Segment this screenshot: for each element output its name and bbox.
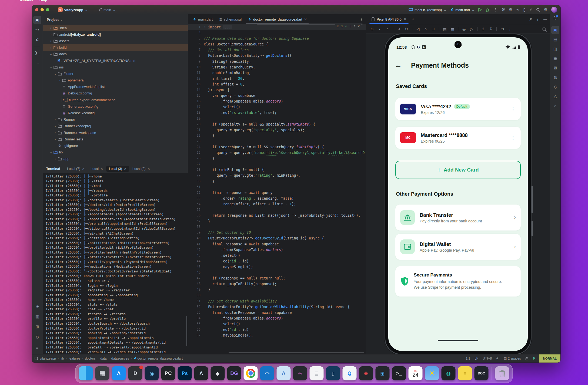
gesture-navigation-bar[interactable] [438,340,478,341]
dock-icon-phone-mirroring[interactable]: ▯ [326,366,340,380]
code-area[interactable]: 1› import ...45/// Remote data source fo… [188,24,366,354]
indent-setting[interactable]: ▤2 spaces [504,357,521,360]
branches-icon[interactable]: ⑆ [33,35,41,44]
breadcrumb-item[interactable]: vitalyzeapp [40,357,56,360]
close-tab-icon[interactable]: ✕ [82,167,85,171]
breadcrumb-file[interactable]: doctor_remote_datasource.dart [134,357,183,360]
todo-icon[interactable]: ○ [551,102,559,110]
build-icon[interactable]: ⊞ [33,323,41,331]
fold-arrow-icon[interactable]: › [204,24,208,30]
tree-item-docs[interactable]: ⌄docs [43,51,188,57]
minimize-window-button[interactable] [41,8,44,11]
project-folder-icon[interactable]: ▣ [33,16,41,24]
home-icon[interactable]: ○ [422,26,429,32]
dock-icon-launchpad[interactable]: ▦ [95,366,109,380]
dock-icon-discord[interactable]: D [128,366,142,380]
prev-problem-icon[interactable]: ∧ [353,24,356,28]
dock-icon-android-studio[interactable]: A [194,366,208,380]
tree-item--idea[interactable]: ›.idea [43,25,188,31]
snapshots-icon[interactable]: ⟲ [499,26,506,32]
dock-icon-vscode[interactable]: </> [260,366,274,380]
app-insights-icon[interactable]: ⊠ [551,64,559,72]
saved-card-mastercard[interactable]: MCMastercard ****8888Expires 06/25⋮ [395,127,521,149]
branch-selector[interactable]: main⌄ [96,7,118,13]
terminal-tab-local-2-[interactable]: Local (2)✕ [130,166,153,172]
dock-icon-stickies[interactable]: ≡ [458,366,472,380]
vcs-icon[interactable]: ≡ [33,343,41,351]
menubar-item-window[interactable]: Window [19,0,33,2]
commit-icon[interactable]: ⊶ [33,26,41,34]
more-icon[interactable]: … [33,58,41,67]
power-icon[interactable]: ⊙ [369,26,375,32]
run-configuration-selector[interactable]: main.dart⌄ [450,8,475,12]
back-icon[interactable]: ◁ [415,26,421,32]
tree-item-ephemeral[interactable]: ›ephemeral [43,77,188,84]
editor-tab-doctor-remote-datasource-dart[interactable]: doctor_remote_datasource.dart✕ [245,14,310,24]
device-selector[interactable]: macOS (desktop)⌄ [409,8,446,12]
terminal-tab-local[interactable]: Local✕ [88,166,106,172]
volume-up-icon[interactable]: ◖ [376,26,383,32]
dock-icon-terminal-app[interactable]: >_ [392,366,406,380]
terminal-icon[interactable]: ❯_ [33,49,41,57]
rotate-cw-icon[interactable]: ↻ [403,26,410,32]
close-tab-icon[interactable]: ✕ [101,167,103,171]
indent-icon[interactable]: ≢ [496,357,499,360]
code-editor[interactable]: main.dart≣schema.sqldoctor_remote_dataso… [188,14,366,354]
debug-button[interactable] [486,8,490,12]
screenshot-icon[interactable]: ◎ [461,26,467,32]
editor-tabs-more-icon[interactable]: ⋮ [360,17,363,21]
terminal-panel-title[interactable]: Terminal [46,167,60,171]
device-manager-icon[interactable]: ▤ [551,35,559,44]
profiler-lightning-icon[interactable]: ⚡ [529,7,532,12]
user-avatar[interactable] [551,7,557,13]
dock-icon-textedit[interactable]: ≣ [310,366,324,380]
problems-icon[interactable]: ⊘ [33,333,41,341]
terminal-tab-local-7-[interactable]: Local (7)✕ [64,166,87,172]
tree-item-debug-xcconfig[interactable]: ◉Debug.xcconfig [43,90,188,97]
new-device-tab-button[interactable]: + [409,17,417,22]
dock-icon-pinwheel-app[interactable]: ✺ [359,366,373,380]
add-new-card-button[interactable]: + Add New Card [395,161,521,179]
breadcrumb-item[interactable]: doctors [85,357,95,360]
structure-icon[interactable]: △ [551,92,559,100]
profiler-icon[interactable]: ◍ [551,73,559,81]
open-in-window-icon[interactable]: ↗ [529,17,532,21]
zoom-window-button[interactable] [46,8,49,11]
dock-icon-office-app[interactable]: ⊞ [376,366,390,380]
layout-inspector-icon[interactable]: ◫ [551,45,559,53]
tree-item-assets[interactable]: ›assets [43,38,188,44]
tree-item-lib[interactable]: ⌄lib [43,149,188,156]
unlock-icon[interactable] [525,357,529,360]
inspections-widget[interactable]: ⚠2 ✓6 ∧ ∨ [335,24,361,28]
digital-wallet-option[interactable]: Digital WalletApple Pay, Google Pay, Pay… [395,234,521,260]
tree-item-vitalyze-ai-system-instructions-md[interactable]: M↓VITALYZE_AI_SYSTEM_INSTRUCTIONS.md [43,57,188,64]
zoom-mode-icon[interactable] [541,26,547,32]
dock-icon-doc-app[interactable]: DOC [475,366,489,380]
dock-icon-calendar[interactable]: Sat24 [409,366,423,380]
caret-position[interactable]: 1:1 [466,357,470,360]
dock-icon-finder[interactable] [79,366,93,380]
volume-rocker[interactable] [532,186,533,213]
attach-debugger-icon[interactable]: ⚙ [509,7,512,12]
project-panel-title[interactable]: Project [47,18,59,22]
running-devices-icon[interactable]: ▣ [551,26,559,34]
assistant-icon[interactable]: ◇ [551,83,559,91]
menubar-item-help[interactable]: Help [39,0,47,2]
dock-icon-chrome[interactable] [244,366,258,380]
breadcrumb-item[interactable]: data [100,357,106,360]
dock-icon-app-store[interactable]: A [112,366,126,380]
services-icon[interactable]: ◈ [33,302,41,310]
phone-screen[interactable]: 12:53 G A [388,37,528,351]
dock-icon-asterisk-app[interactable]: ✳ [293,366,307,380]
next-problem-icon[interactable]: ∨ [358,24,360,28]
line-separator[interactable]: LF [475,357,478,360]
card-menu-kebab-icon[interactable]: ⋮ [510,106,516,112]
dock-icon-teal-app[interactable]: ◍ [442,366,456,380]
logcat-icon[interactable]: ▦ [551,54,559,62]
record-icon[interactable]: ▷ [468,26,475,32]
tree-item--gitignore[interactable]: ⊘.gitignore [43,142,188,149]
tree-item-build[interactable]: ›build [43,44,188,51]
breadcrumb-item[interactable]: lib [61,357,64,360]
close-tab-icon[interactable]: ✕ [404,17,406,21]
close-tab-icon[interactable]: ✕ [148,167,150,171]
